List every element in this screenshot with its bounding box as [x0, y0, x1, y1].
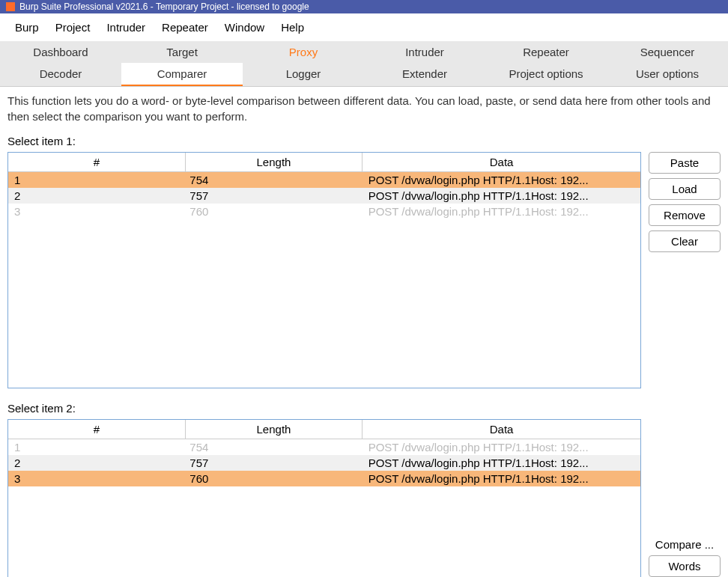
- col-length[interactable]: Length: [185, 153, 362, 172]
- load-button[interactable]: Load: [649, 178, 721, 200]
- cell-length: 760: [185, 471, 362, 486]
- col-data[interactable]: Data: [363, 153, 640, 172]
- cell-data: POST /dvwa/login.php HTTP/1.1Host: 192..…: [363, 455, 640, 471]
- cell-length: 757: [185, 188, 362, 204]
- col-number[interactable]: #: [8, 153, 185, 172]
- tabs-sub: Decoder Comparer Logger Extender Project…: [0, 63, 728, 87]
- compare-buttons: Compare ... Words Bytes: [649, 419, 721, 577]
- section-item1: Select item 1: # Length Data 1: [7, 135, 721, 388]
- cell-length: 754: [185, 172, 362, 189]
- tab-user-options[interactable]: User options: [607, 63, 728, 86]
- clear-button[interactable]: Clear: [649, 231, 721, 252]
- tab-extender[interactable]: Extender: [364, 63, 485, 86]
- cell-data: POST /dvwa/login.php HTTP/1.1Host: 192..…: [363, 471, 640, 486]
- cell-length: 760: [185, 204, 362, 219]
- cell-number: 3: [8, 204, 185, 219]
- table-row[interactable]: 3 760 POST /dvwa/login.php HTTP/1.1Host:…: [8, 204, 640, 219]
- cell-data: POST /dvwa/login.php HTTP/1.1Host: 192..…: [363, 188, 640, 204]
- cell-number: 2: [8, 188, 185, 204]
- table-empty-area: [8, 219, 640, 388]
- paste-button[interactable]: Paste: [649, 152, 721, 174]
- cell-number: 1: [8, 172, 185, 189]
- table-header-row: # Length Data: [8, 420, 640, 439]
- menu-burp[interactable]: Burp: [7, 18, 46, 37]
- cell-number: 2: [8, 455, 185, 471]
- cell-length: 757: [185, 455, 362, 471]
- section-item2: Select item 2: # Length Data 1: [7, 402, 721, 577]
- table-row[interactable]: 3 760 POST /dvwa/login.php HTTP/1.1Host:…: [8, 471, 640, 486]
- tab-project-options[interactable]: Project options: [485, 63, 607, 86]
- cell-data: POST /dvwa/login.php HTTP/1.1Host: 192..…: [363, 172, 640, 189]
- item1-buttons: Paste Load Remove Clear: [649, 152, 721, 388]
- tab-logger[interactable]: Logger: [243, 63, 364, 86]
- item1-table[interactable]: # Length Data 1 754 POST /dvwa/login.php…: [7, 152, 641, 388]
- tabs-main: Dashboard Target Proxy Intruder Repeater…: [0, 41, 728, 63]
- table-header-row: # Length Data: [8, 153, 640, 172]
- tab-dashboard[interactable]: Dashboard: [0, 41, 121, 63]
- window-titlebar: Burp Suite Professional v2021.6 - Tempor…: [0, 0, 728, 13]
- table-row[interactable]: 1 754 POST /dvwa/login.php HTTP/1.1Host:…: [8, 439, 640, 456]
- tab-repeater[interactable]: Repeater: [485, 41, 607, 63]
- tab-comparer[interactable]: Comparer: [121, 63, 243, 86]
- tab-proxy[interactable]: Proxy: [243, 41, 364, 63]
- col-number[interactable]: #: [8, 420, 185, 439]
- tab-sequencer[interactable]: Sequencer: [607, 41, 728, 63]
- table-empty-area: [8, 486, 640, 577]
- cell-number: 1: [8, 439, 185, 456]
- menu-intruder[interactable]: Intruder: [99, 18, 153, 37]
- col-data[interactable]: Data: [363, 420, 640, 439]
- tab-decoder[interactable]: Decoder: [0, 63, 121, 86]
- menubar: Burp Project Intruder Repeater Window He…: [0, 13, 728, 41]
- cell-data: POST /dvwa/login.php HTTP/1.1Host: 192..…: [363, 439, 640, 456]
- col-length[interactable]: Length: [185, 420, 362, 439]
- menu-help[interactable]: Help: [273, 18, 312, 37]
- description-text: This function lets you do a word- or byt…: [7, 93, 721, 124]
- words-button[interactable]: Words: [649, 555, 721, 577]
- menu-repeater[interactable]: Repeater: [154, 18, 216, 37]
- table-row[interactable]: 2 757 POST /dvwa/login.php HTTP/1.1Host:…: [8, 188, 640, 204]
- tab-intruder[interactable]: Intruder: [364, 41, 485, 63]
- window-title: Burp Suite Professional v2021.6 - Tempor…: [19, 1, 309, 12]
- menu-project[interactable]: Project: [48, 18, 98, 37]
- item2-label: Select item 2:: [7, 402, 721, 415]
- tab-target[interactable]: Target: [121, 41, 243, 63]
- cell-data: POST /dvwa/login.php HTTP/1.1Host: 192..…: [363, 204, 640, 219]
- app-icon: [6, 2, 15, 11]
- table-row[interactable]: 1 754 POST /dvwa/login.php HTTP/1.1Host:…: [8, 172, 640, 189]
- item1-label: Select item 1:: [7, 135, 721, 147]
- item2-table[interactable]: # Length Data 1 754 POST /dvwa/login.php…: [7, 419, 641, 577]
- cell-number: 3: [8, 471, 185, 486]
- compare-label: Compare ...: [649, 535, 721, 551]
- cell-length: 754: [185, 439, 362, 456]
- table-row[interactable]: 2 757 POST /dvwa/login.php HTTP/1.1Host:…: [8, 455, 640, 471]
- menu-window[interactable]: Window: [217, 18, 272, 37]
- remove-button[interactable]: Remove: [649, 204, 721, 226]
- comparer-content: This function lets you do a word- or byt…: [0, 87, 728, 577]
